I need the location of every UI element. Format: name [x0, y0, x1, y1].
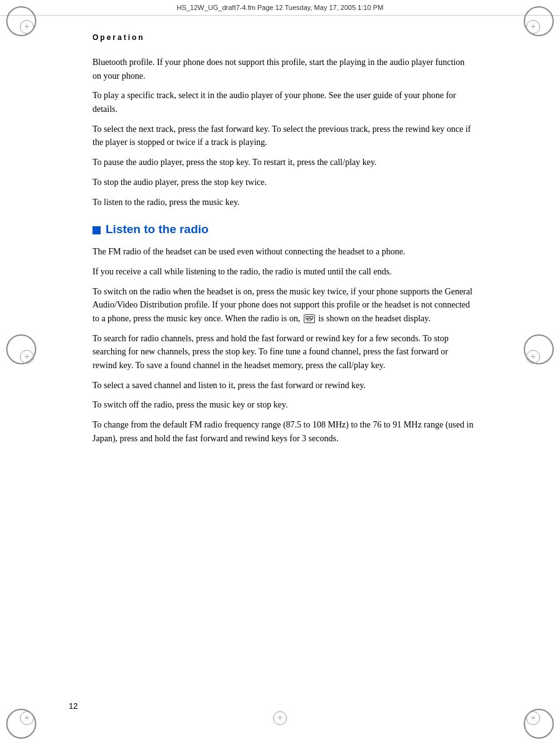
para-switch-on: To switch on the radio when the headset …	[92, 285, 474, 326]
para-switch-off: To switch off the radio, press the music…	[92, 398, 474, 412]
para-stop: To stop the audio player, press the stop…	[92, 176, 474, 189]
para-next-track: To select the next track, press the fast…	[92, 122, 474, 149]
header-bar: HS_12W_UG_draft7-4.fm Page 12 Tuesday, M…	[0, 0, 560, 16]
reg-mark-bottom-left	[20, 711, 34, 725]
page: HS_12W_UG_draft7-4.fm Page 12 Tuesday, M…	[0, 0, 560, 745]
para-receive-call: If you receive a call while listening to…	[92, 265, 474, 279]
para-pause: To pause the audio player, press the sto…	[92, 156, 474, 169]
radio-display-icon	[304, 314, 315, 323]
para-search-channels: To search for radio channels, press and …	[92, 332, 474, 372]
section-title-listen-radio: Listen to the radio	[92, 222, 474, 236]
deco-circle-top-left	[6, 6, 36, 36]
para-fm-radio: The FM radio of the headset can be used …	[92, 245, 474, 259]
reg-mark-top-left	[20, 20, 34, 34]
para-frequency-range: To change from the default FM radio freq…	[92, 418, 474, 445]
section-label: Operation	[92, 33, 474, 42]
para-saved-channel: To select a saved channel and listen to …	[92, 379, 474, 392]
page-number: 12	[69, 701, 78, 711]
reg-mark-bottom-right	[526, 711, 540, 725]
header-text: HS_12W_UG_draft7-4.fm Page 12 Tuesday, M…	[177, 4, 384, 11]
para-bluetooth: Bluetooth profile. If your phone does no…	[92, 56, 474, 82]
reg-mark-top-right	[526, 20, 540, 34]
para-listen-radio: To listen to the radio, press the music …	[92, 196, 474, 209]
reg-mark-mid-right	[526, 350, 540, 364]
section-title-text: Listen to the radio	[106, 222, 209, 236]
reg-mark-mid-left	[20, 350, 34, 364]
main-content: Operation Bluetooth profile. If your pho…	[24, 16, 536, 489]
reg-mark-bottom-center	[273, 711, 287, 725]
blue-square-icon	[92, 226, 101, 234]
para-specific-track: To play a specific track, select it in t…	[92, 89, 474, 116]
